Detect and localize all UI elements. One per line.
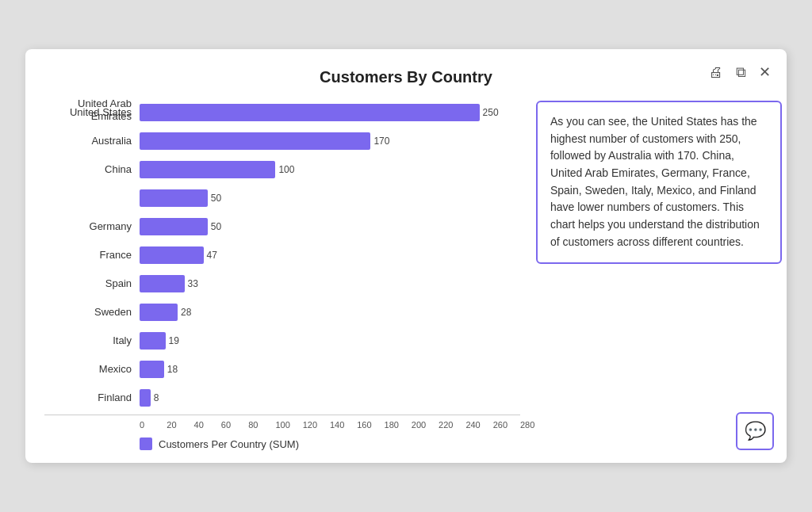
bar-track: 50 xyxy=(140,216,520,238)
x-tick: 80 xyxy=(248,420,275,430)
x-tick: 60 xyxy=(221,420,248,430)
bar-fill xyxy=(140,332,166,350)
bar-value-label: 19 xyxy=(169,335,179,346)
chart-title: Customers By Country xyxy=(44,68,768,86)
close-button[interactable]: ✕ xyxy=(756,62,774,82)
bar-label: Mexico xyxy=(44,363,138,376)
bar-label: Spain xyxy=(44,277,138,290)
bar-value-label: 47 xyxy=(207,250,217,261)
chart-container: 🖨 ⧉ ✕ Customers By Country United States… xyxy=(25,49,787,463)
x-tick: 220 xyxy=(439,420,465,430)
toolbar: 🖨 ⧉ ✕ xyxy=(706,62,774,82)
bar-fill xyxy=(140,304,178,321)
bar-value-label: 50 xyxy=(211,221,221,232)
bar-fill xyxy=(140,218,208,235)
bar-label: Australia xyxy=(44,135,138,147)
bar-row: Finland8 xyxy=(140,386,520,410)
bar-row: United States250 xyxy=(140,101,520,124)
bar-value-label: 33 xyxy=(188,278,198,289)
bar-fill xyxy=(140,161,275,178)
bar-row: Spain33 xyxy=(140,272,520,296)
bar-track: 170 xyxy=(140,130,520,152)
bar-label: Germany xyxy=(44,220,138,233)
bar-row: Italy19 xyxy=(140,329,520,353)
copy-button[interactable]: ⧉ xyxy=(733,63,749,82)
legend-area: Customers Per Country (SUM) xyxy=(44,437,520,450)
bar-fill xyxy=(140,104,480,121)
bar-chart: United States250Australia170China100Unit… xyxy=(44,101,520,450)
bar-label: Italy xyxy=(44,334,138,347)
bar-value-label: 50 xyxy=(211,193,221,204)
bar-row: United Arab Emirates50 xyxy=(140,186,520,210)
bar-fill xyxy=(140,246,204,264)
chart-area: United States250Australia170China100Unit… xyxy=(44,101,768,450)
bar-row: Mexico18 xyxy=(140,357,520,381)
x-tick: 0 xyxy=(140,420,167,430)
bar-row: Germany50 xyxy=(140,215,520,239)
bar-value-label: 8 xyxy=(154,392,159,403)
bar-track: 47 xyxy=(140,244,520,266)
bar-track: 250 xyxy=(140,101,520,124)
tooltip-box: As you can see, the United States has th… xyxy=(536,101,782,264)
bar-label: United Arab Emirates xyxy=(44,97,138,122)
bar-track: 28 xyxy=(140,301,520,323)
bar-row: China100 xyxy=(140,158,520,181)
bar-row: Sweden28 xyxy=(140,300,520,324)
bar-track: 18 xyxy=(140,358,520,380)
bar-label: China xyxy=(44,163,138,176)
bar-track: 100 xyxy=(140,159,520,181)
x-tick: 120 xyxy=(303,420,330,430)
bar-label: Finland xyxy=(44,392,138,404)
bar-value-label: 100 xyxy=(278,164,294,175)
x-tick: 160 xyxy=(357,420,384,430)
legend-color-box xyxy=(140,437,152,450)
bar-row: Australia170 xyxy=(140,129,520,153)
bar-track: 33 xyxy=(140,273,520,295)
chat-btn-container: 💬 xyxy=(736,412,774,450)
bar-track: 19 xyxy=(140,330,520,352)
x-tick: 20 xyxy=(167,420,193,430)
bar-fill xyxy=(140,275,185,292)
legend-label: Customers Per Country (SUM) xyxy=(159,438,299,450)
x-tick: 200 xyxy=(412,420,439,430)
x-tick: 180 xyxy=(385,420,412,430)
x-tick: 240 xyxy=(465,420,492,430)
x-tick: 260 xyxy=(493,420,520,430)
bar-value-label: 28 xyxy=(181,307,191,318)
bar-row: France47 xyxy=(140,243,520,267)
x-tick: 40 xyxy=(194,420,221,430)
bar-track: 8 xyxy=(140,387,520,409)
bar-fill xyxy=(140,132,370,150)
x-axis: 020406080100120140160180200220240260280 xyxy=(44,415,520,430)
bar-fill xyxy=(140,389,151,407)
bar-value-label: 170 xyxy=(373,136,389,147)
bar-fill xyxy=(140,189,208,207)
bar-fill xyxy=(140,361,164,378)
x-tick: 100 xyxy=(275,420,302,430)
x-tick: 140 xyxy=(330,420,357,430)
bars-wrapper: United States250Australia170China100Unit… xyxy=(44,101,520,410)
chat-button[interactable]: 💬 xyxy=(736,412,774,450)
bar-value-label: 250 xyxy=(483,107,499,118)
bar-label: Sweden xyxy=(44,306,138,319)
bar-track: 50 xyxy=(140,187,520,209)
bar-label: France xyxy=(44,249,138,262)
print-button[interactable]: 🖨 xyxy=(706,63,726,82)
bar-value-label: 18 xyxy=(167,364,178,375)
